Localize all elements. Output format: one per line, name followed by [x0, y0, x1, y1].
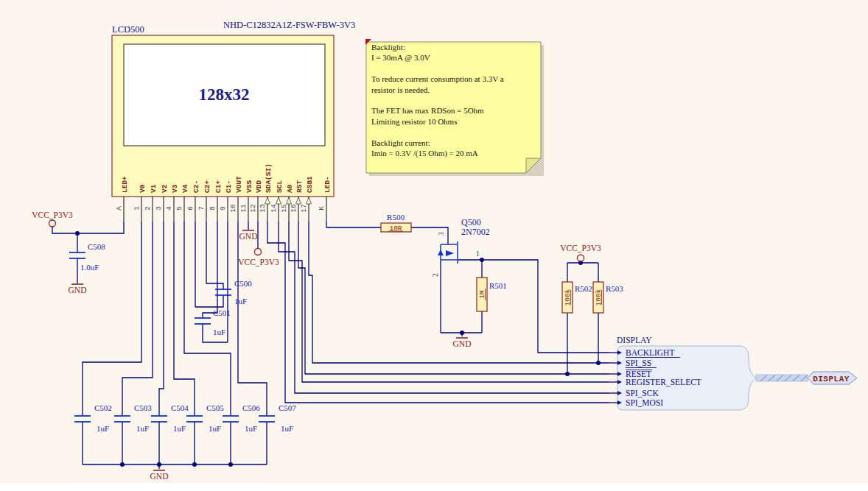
svg-text:8: 8: [209, 206, 217, 211]
svg-text:V2: V2: [161, 184, 169, 193]
svg-text:7: 7: [197, 206, 206, 211]
svg-text:GND: GND: [150, 472, 169, 481]
svg-text:CSB1: CSB1: [306, 176, 314, 193]
svg-text:SPI_SS: SPI_SS: [626, 358, 651, 367]
svg-text:R503: R503: [606, 284, 623, 293]
svg-text:VSS: VSS: [245, 180, 253, 193]
svg-text:C502: C502: [94, 403, 112, 412]
svg-text:GND: GND: [453, 339, 472, 348]
q500-pin3: 3: [438, 232, 445, 236]
svg-text:C503: C503: [134, 403, 152, 412]
svg-text:1uF: 1uF: [136, 424, 149, 433]
svg-text:11: 11: [239, 204, 248, 213]
q500-part: 2N7002: [461, 227, 490, 237]
svg-text:1uF: 1uF: [234, 297, 247, 305]
note-line: resistor is needed.: [371, 85, 430, 94]
svg-text:3: 3: [155, 206, 163, 211]
svg-text:VCC_P3V3: VCC_P3V3: [560, 244, 601, 252]
note-line: Backlight current:: [371, 138, 430, 147]
svg-text:9: 9: [219, 206, 227, 211]
harness-title: DISPLAY: [617, 336, 652, 345]
svg-text:1uF: 1uF: [281, 424, 293, 433]
svg-text:C507: C507: [279, 403, 296, 412]
svg-text:C2+: C2+: [203, 180, 211, 193]
junction-dot: [228, 462, 233, 467]
svg-text:4: 4: [165, 206, 173, 211]
svg-text:SDA(SI): SDA(SI): [265, 163, 273, 193]
svg-text:10: 10: [229, 204, 237, 213]
note-line: Backlight:: [371, 43, 405, 52]
svg-text:REGISTER_SELECT: REGISTER_SELECT: [626, 378, 701, 386]
note-line: The FET has max RDSon = 5Ohm: [371, 106, 484, 115]
svg-text:1uF: 1uF: [173, 424, 186, 433]
svg-text:C1+: C1+: [214, 180, 223, 193]
junction-dot: [480, 258, 484, 262]
svg-text:R501: R501: [489, 281, 507, 290]
svg-text:R500: R500: [387, 213, 405, 222]
svg-text:17: 17: [300, 204, 308, 212]
note-line: To reduce current consumption at 3.3V a: [371, 74, 504, 83]
svg-text:1uF: 1uF: [213, 328, 225, 336]
svg-text:GND: GND: [69, 286, 87, 294]
q500-pin1: 1: [476, 250, 480, 258]
svg-text:12: 12: [249, 204, 257, 213]
svg-text:RST: RST: [295, 180, 304, 193]
svg-text:1: 1: [133, 206, 141, 211]
svg-text:VCC_P3V3: VCC_P3V3: [32, 211, 73, 219]
svg-text:5: 5: [175, 206, 183, 211]
svg-text:C505: C505: [206, 403, 224, 412]
svg-text:C1-: C1-: [225, 180, 233, 193]
junction-dot: [75, 231, 80, 236]
svg-text:A: A: [115, 206, 123, 211]
svg-text:15: 15: [280, 204, 288, 213]
lcd-component[interactable]: LCD500 NHD-C12832A1Z-FSW-FBW-3V3 128x32 …: [112, 20, 355, 222]
svg-text:V3: V3: [171, 184, 179, 193]
q500-pin2: 2: [432, 273, 439, 277]
svg-text:LED+: LED+: [121, 176, 129, 193]
svg-text:BACKLIGHT: BACKLIGHT: [626, 348, 674, 357]
harness-cable[interactable]: [756, 375, 808, 381]
note-line: I = 30mA @ 3.0V: [371, 53, 430, 62]
svg-text:1.0uF: 1.0uF: [80, 263, 99, 272]
svg-text:1uF: 1uF: [97, 424, 109, 433]
junction-dot: [192, 462, 197, 467]
q500-designator: Q500: [461, 217, 481, 227]
svg-text:GND: GND: [239, 232, 258, 241]
svg-text:13: 13: [259, 204, 267, 213]
svg-text:VCC_P3V3: VCC_P3V3: [238, 258, 279, 266]
svg-text:C506: C506: [242, 403, 260, 412]
schematic-note[interactable]: Backlight: I = 30mA @ 3.0V To reduce cur…: [365, 39, 544, 176]
svg-text:C500: C500: [234, 279, 252, 288]
junction-dot: [120, 462, 125, 467]
junction-dot: [565, 372, 570, 376]
svg-text:SPI_SCK: SPI_SCK: [626, 389, 659, 398]
junction-dot: [596, 361, 601, 365]
svg-text:R502: R502: [575, 284, 592, 293]
svg-text:2: 2: [144, 206, 152, 211]
svg-text:C504: C504: [171, 403, 189, 412]
svg-text:C2-: C2-: [192, 180, 200, 193]
lcd-part-number[interactable]: NHD-C12832A1Z-FSW-FBW-3V3: [223, 20, 355, 30]
port-label: DISPLAY: [813, 375, 850, 384]
gnd-symbol-vss[interactable]: GND: [239, 230, 258, 241]
schematic-canvas: LCD500 NHD-C12832A1Z-FSW-FBW-3V3 128x32 …: [0, 0, 868, 491]
svg-text:14: 14: [270, 204, 278, 213]
svg-text:SPI_MOSI: SPI_MOSI: [626, 398, 663, 407]
lcd-screen-label: 128x32: [199, 85, 250, 104]
svg-text:LED-: LED-: [323, 176, 332, 193]
svg-text:K: K: [318, 206, 326, 211]
lcd-designator[interactable]: LCD500: [112, 24, 144, 35]
svg-text:16: 16: [290, 204, 298, 213]
svg-text:1uF: 1uF: [209, 424, 221, 433]
note-line: Imin = 0.3V /(15 Ohm) = 20 mA: [371, 149, 478, 158]
svg-text:1uF: 1uF: [245, 424, 257, 433]
svg-text:SCL: SCL: [276, 180, 284, 193]
gnd-symbol-c508[interactable]: GND: [69, 284, 87, 294]
bottom-margin: [0, 483, 868, 491]
svg-text:6: 6: [186, 206, 195, 211]
svg-text:VOUT: VOUT: [235, 176, 243, 193]
svg-text:V4: V4: [181, 184, 189, 193]
display-port[interactable]: DISPLAY: [808, 372, 857, 384]
svg-text:C501: C501: [213, 308, 231, 317]
svg-text:A0: A0: [286, 184, 294, 193]
